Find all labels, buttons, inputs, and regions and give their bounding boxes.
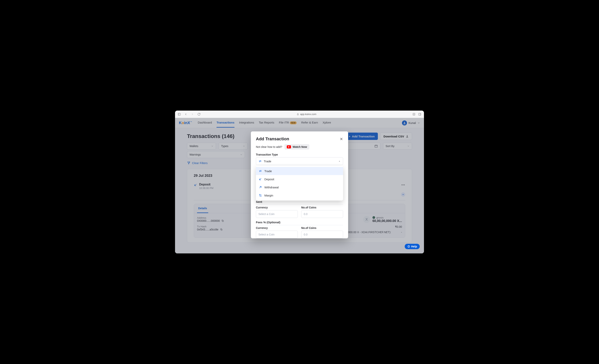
fees-heading: Fees % (Optional) (256, 221, 343, 225)
sent-currency-label: Currency (256, 206, 298, 209)
help-label: Help (411, 245, 417, 248)
sent-coins-label: No.of Coins (301, 206, 343, 209)
forward-icon (191, 113, 194, 116)
url-text: app.koinx.com (300, 113, 317, 115)
type-option-trade[interactable]: Trade (256, 167, 343, 175)
address-bar[interactable]: app.koinx.com (204, 113, 409, 115)
trade-icon (258, 160, 262, 163)
sidebar-toggle-icon[interactable] (178, 113, 181, 116)
type-value: Trade (264, 160, 271, 163)
svg-rect-4 (419, 113, 421, 115)
reload-icon[interactable] (197, 113, 201, 116)
watch-now-label: Watch Now (292, 145, 307, 148)
close-icon[interactable] (340, 137, 343, 141)
type-label: Transaction Type (256, 153, 343, 156)
withdrawal-icon (259, 186, 262, 189)
sent-heading: Sent (256, 200, 343, 205)
fees-coins-label: No.of Coins (301, 226, 343, 230)
fees-currency-label: Currency (256, 226, 298, 230)
type-option-deposit[interactable]: Deposit (256, 175, 343, 183)
sent-currency-input[interactable] (256, 210, 298, 218)
deposit-icon (259, 177, 262, 181)
margin-icon (259, 194, 262, 197)
fees-coins-input[interactable] (301, 231, 343, 238)
svg-rect-0 (178, 113, 180, 115)
svg-marker-21 (339, 161, 340, 161)
browser-window: app.koinx.com KoinX™ Dashboard Transacti… (175, 111, 424, 253)
sent-coins-input[interactable] (301, 210, 343, 218)
tabs-icon[interactable] (418, 113, 421, 116)
type-dropdown[interactable]: Trade (256, 157, 343, 165)
type-dropdown-menu: Trade Deposit Withdrawal Margin (256, 166, 343, 201)
type-option-margin[interactable]: Margin (256, 191, 343, 199)
caret-up-icon (338, 160, 341, 162)
help-icon (407, 245, 410, 248)
modal-hint: Not clear how to add? (256, 145, 282, 148)
share-icon[interactable] (412, 113, 415, 116)
type-option-withdrawal[interactable]: Withdrawal (256, 183, 343, 191)
add-transaction-modal: Add Transaction Not clear how to add? Wa… (251, 132, 348, 238)
help-button[interactable]: Help (405, 244, 420, 249)
modal-title: Add Transaction (256, 136, 289, 142)
youtube-icon (287, 145, 291, 148)
back-icon[interactable] (184, 113, 187, 116)
trade-icon (259, 169, 262, 173)
svg-rect-2 (297, 114, 299, 115)
watch-now-button[interactable]: Watch Now (284, 144, 309, 150)
fees-currency-input[interactable] (256, 231, 298, 238)
titlebar: app.koinx.com (175, 111, 424, 118)
